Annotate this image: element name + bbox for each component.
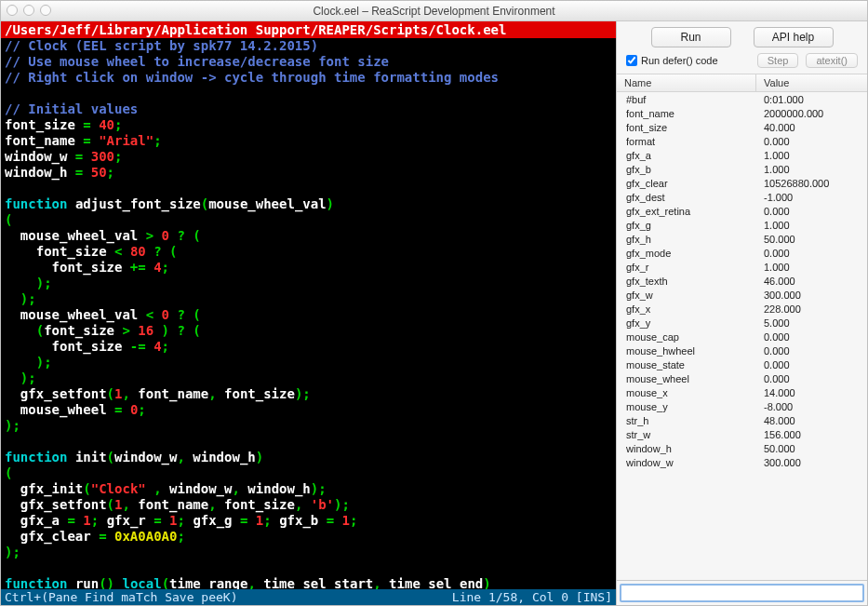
variable-name: window_h	[617, 443, 756, 454]
variable-value: 40.000	[756, 122, 867, 133]
minimize-icon[interactable]	[23, 5, 34, 16]
variable-row[interactable]: font_name2000000.000	[617, 106, 867, 120]
variable-row[interactable]: format0.000	[617, 134, 867, 148]
side-panel: Run API help Run defer() code Step atexi…	[616, 21, 867, 605]
run-button[interactable]: Run	[651, 27, 731, 47]
variable-row[interactable]: mouse_wheel0.000	[617, 371, 867, 385]
command-input[interactable]	[620, 584, 864, 602]
variable-row[interactable]: gfx_texth46.000	[617, 274, 867, 288]
atexit-button[interactable]: atexit()	[806, 53, 858, 68]
variable-value: 1.000	[756, 150, 867, 161]
variable-value: 0.000	[756, 373, 867, 384]
variable-row[interactable]: gfx_g1.000	[617, 218, 867, 232]
zoom-icon[interactable]	[40, 5, 51, 16]
run-defer-checkbox[interactable]: Run defer() code	[626, 55, 718, 66]
variable-row[interactable]: mouse_x14.000	[617, 385, 867, 399]
variable-row[interactable]: gfx_r1.000	[617, 260, 867, 274]
variable-name: gfx_mode	[617, 248, 756, 259]
col-value[interactable]: Value	[756, 74, 867, 91]
variable-row[interactable]: mouse_state0.000	[617, 357, 867, 371]
command-input-wrap	[617, 580, 867, 605]
step-button[interactable]: Step	[757, 53, 799, 68]
variable-name: gfx_texth	[617, 276, 756, 287]
variable-value: 156.000	[756, 429, 867, 440]
variable-row[interactable]: gfx_clear10526880.000	[617, 176, 867, 190]
traffic-lights	[7, 5, 51, 16]
variable-row[interactable]: gfx_b1.000	[617, 162, 867, 176]
variable-name: gfx_r	[617, 262, 756, 273]
variable-value: 0.000	[756, 136, 867, 147]
variable-value: 50.000	[756, 443, 867, 454]
code-editor[interactable]: // Clock (EEL script by spk77 14.2.2015)…	[1, 38, 616, 589]
variable-value: 1.000	[756, 164, 867, 175]
variables-header[interactable]: Name Value	[617, 74, 867, 92]
status-right: Line 1/58, Col 0 [INS]	[452, 590, 612, 604]
code-comment: // Right click on window -> cycle throug…	[5, 70, 499, 85]
variable-row[interactable]: mouse_hwheel0.000	[617, 343, 867, 357]
variable-value: 48.000	[756, 415, 867, 426]
file-path-bar: /Users/Jeff/Library/Application Support/…	[1, 21, 616, 38]
variable-name: gfx_y	[617, 317, 756, 329]
variable-row[interactable]: window_h50.000	[617, 441, 867, 455]
variable-name: gfx_clear	[617, 178, 756, 189]
variable-name: font_name	[617, 108, 756, 119]
variable-row[interactable]: str_h48.000	[617, 413, 867, 427]
window-title: Clock.eel – ReaScript Development Enviro…	[313, 5, 554, 18]
close-icon[interactable]	[7, 5, 18, 16]
variable-row[interactable]: font_size40.000	[617, 120, 867, 134]
run-defer-label: Run defer() code	[641, 55, 718, 66]
variable-value: 46.000	[756, 276, 867, 287]
variable-row[interactable]: #buf0:01.000	[617, 92, 867, 106]
variable-name: gfx_a	[617, 150, 756, 161]
variable-value: 0.000	[756, 359, 867, 370]
variable-value: 300.000	[756, 457, 867, 468]
variable-name: str_w	[617, 429, 756, 440]
variable-name: mouse_state	[617, 359, 756, 370]
variable-value: 0:01.000	[756, 94, 867, 105]
variable-value: 228.000	[756, 303, 867, 315]
variable-name: mouse_cap	[617, 331, 756, 343]
variable-name: mouse_wheel	[617, 373, 756, 384]
variable-value: 14.000	[756, 387, 867, 398]
variable-name: window_w	[617, 457, 756, 468]
variable-name: font_size	[617, 122, 756, 133]
variable-value: 10526880.000	[756, 178, 867, 189]
variables-list[interactable]: #buf0:01.000font_name2000000.000font_siz…	[617, 92, 867, 580]
variable-value: 0.000	[756, 206, 867, 217]
variable-row[interactable]: gfx_a1.000	[617, 148, 867, 162]
variable-row[interactable]: window_w300.000	[617, 455, 867, 469]
code-comment: // Clock (EEL script by spk77 14.2.2015)	[5, 38, 318, 53]
api-help-button[interactable]: API help	[754, 27, 834, 47]
variable-row[interactable]: mouse_y-8.000	[617, 399, 867, 413]
variable-value: 0.000	[756, 331, 867, 343]
variable-name: gfx_dest	[617, 192, 756, 203]
variable-name: gfx_x	[617, 303, 756, 315]
variable-row[interactable]: str_w156.000	[617, 427, 867, 441]
variable-row[interactable]: gfx_ext_retina0.000	[617, 204, 867, 218]
code-comment: // Initial values	[5, 101, 138, 116]
variable-row[interactable]: gfx_h50.000	[617, 232, 867, 246]
code-comment: // Use mouse wheel to increase/decrease …	[5, 54, 389, 69]
variable-value: 0.000	[756, 248, 867, 259]
variable-name: gfx_b	[617, 164, 756, 175]
variable-name: gfx_g	[617, 220, 756, 231]
app-window: Clock.eel – ReaScript Development Enviro…	[0, 0, 868, 606]
variable-value: 0.000	[756, 345, 867, 357]
variable-name: mouse_y	[617, 401, 756, 412]
variable-row[interactable]: mouse_cap0.000	[617, 330, 867, 343]
run-defer-input[interactable]	[626, 55, 637, 66]
variable-row[interactable]: gfx_w300.000	[617, 288, 867, 302]
variable-row[interactable]: gfx_x228.000	[617, 302, 867, 316]
variable-name: format	[617, 136, 756, 147]
col-name[interactable]: Name	[617, 74, 756, 91]
variable-value: -1.000	[756, 192, 867, 203]
variable-name: str_h	[617, 415, 756, 426]
variable-row[interactable]: gfx_dest-1.000	[617, 190, 867, 204]
variable-name: mouse_x	[617, 387, 756, 398]
titlebar[interactable]: Clock.eel – ReaScript Development Enviro…	[1, 1, 867, 21]
editor-pane: /Users/Jeff/Library/Application Support/…	[1, 21, 616, 605]
variable-value: 50.000	[756, 234, 867, 245]
variable-row[interactable]: gfx_mode0.000	[617, 246, 867, 260]
variable-row[interactable]: gfx_y5.000	[617, 316, 867, 330]
variable-name: mouse_hwheel	[617, 345, 756, 357]
